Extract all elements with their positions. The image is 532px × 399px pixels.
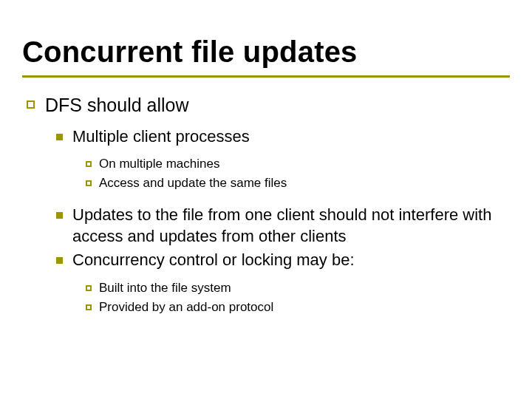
bullet-level1: DFS should allow <box>27 93 507 117</box>
bullet-level2: Updates to the file from one client shou… <box>56 205 507 247</box>
bullet-level3: Built into the file system <box>86 280 507 296</box>
level3-text: Built into the file system <box>99 280 231 296</box>
level3-text: Access and update the same files <box>99 175 287 191</box>
solid-square-icon <box>56 257 63 264</box>
hollow-square-icon <box>27 100 35 109</box>
hollow-square-icon <box>86 180 92 186</box>
solid-square-icon <box>56 134 63 140</box>
solid-square-icon <box>56 212 63 219</box>
hollow-square-icon <box>86 285 92 291</box>
bullet-level3: Provided by an add-on protocol <box>86 299 507 316</box>
slide: Concurrent file updates DFS should allow… <box>0 0 532 399</box>
level3-text: On multiple machines <box>99 156 219 172</box>
bullet-level3: Access and update the same files <box>86 175 507 191</box>
level2-text: Multiple client processes <box>72 126 250 148</box>
slide-title: Concurrent file updates <box>22 35 358 69</box>
level2-text: Updates to the file from one client shou… <box>72 205 507 247</box>
hollow-square-icon <box>86 161 92 167</box>
level3-text: Provided by an add-on protocol <box>99 299 273 316</box>
level2-text: Concurrency control or locking may be: <box>72 250 355 271</box>
title-underline <box>22 75 510 78</box>
level1-text: DFS should allow <box>45 93 189 117</box>
bullet-level2: Concurrency control or locking may be: <box>56 250 507 271</box>
hollow-square-icon <box>86 304 92 310</box>
slide-body: DFS should allow Multiple client process… <box>27 93 507 316</box>
bullet-level2: Multiple client processes <box>56 126 507 148</box>
bullet-level3: On multiple machines <box>86 156 507 172</box>
